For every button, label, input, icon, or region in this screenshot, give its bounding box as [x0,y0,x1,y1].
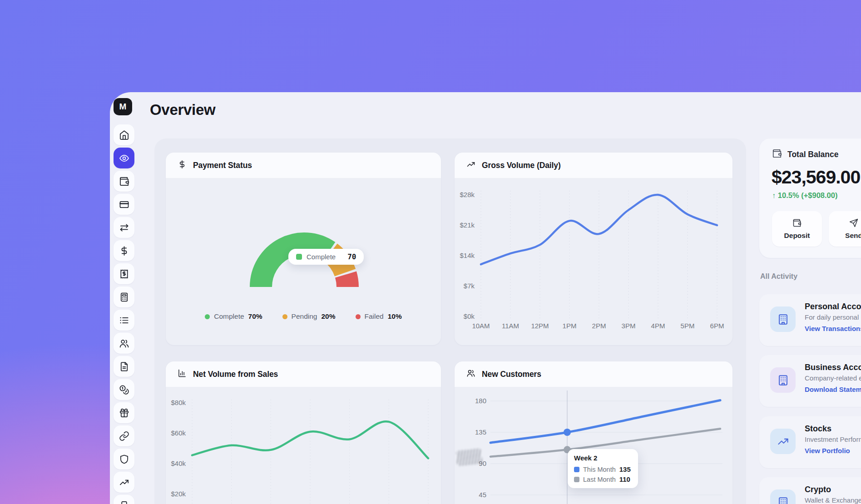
svg-text:11AM: 11AM [502,322,519,330]
payment-status-header: Payment Status [166,153,441,178]
total-balance-amount: $23,569.00 [772,167,860,188]
button-label: Send [845,232,861,240]
link-icon [119,431,129,441]
sidebar-item-trending-up[interactable] [114,472,134,493]
legend-item: Pending20% [282,312,336,321]
sidebar-item-smartphone[interactable] [114,495,134,504]
activity-item-business-account[interactable]: Business AccountCompany-related expenses… [759,355,861,407]
total-balance-label: Total Balance [787,150,839,159]
series-swatch [574,467,579,472]
svg-text:4PM: 4PM [651,322,665,330]
legend-label: Complete [214,312,244,321]
sidebar-item-users[interactable] [114,333,134,354]
gross-volume-chart[interactable]: $28k$21k$14k$7k$0k10AM11AM12PM1PM2PM3PM4… [455,153,732,345]
card-title: Payment Status [193,161,252,170]
sidebar-item-gift[interactable] [114,402,134,423]
list-icon [119,315,129,326]
sidebar-item-home[interactable] [114,124,134,145]
activity-item-stocks[interactable]: StocksInvestment PerformanceView Portfol… [759,416,861,468]
balance-actions: DepositSend [772,211,861,247]
gauge-legend: Complete70%Pending20%Failed10% [166,312,441,321]
activity-title: Business Account [805,363,861,372]
svg-text:$28k: $28k [460,191,475,198]
sidebar-item-transfer-arrows[interactable] [114,217,134,238]
legend-value: 10% [388,312,402,321]
all-activity-heading: All Activity [760,272,797,281]
legend-item: Complete70% [205,312,262,321]
tooltip-row: This Month135 [574,465,631,473]
sidebar-item-coins[interactable] [114,379,134,400]
sidebar-item-document[interactable] [114,356,134,377]
activity-body: CryptoWallet & Exchange [805,485,861,504]
net-volume-card: $80k$60k$40k$20k Net Volume from Sales [166,361,441,504]
svg-text:$14k: $14k [460,252,475,259]
activity-link[interactable]: View Portfolio [805,447,861,455]
activity-icon-tile [770,489,796,504]
gross-volume-header: Gross Volume (Daily) [455,153,732,178]
card-title: Gross Volume (Daily) [482,161,561,170]
activity-title: Crypto [805,485,861,494]
svg-text:$20k: $20k [171,490,186,498]
sidebar-item-receipt[interactable] [114,263,134,284]
deposit-button[interactable]: Deposit [772,211,822,247]
sidebar-item-dollar[interactable] [114,240,134,261]
receipt-icon [119,269,129,279]
gift-icon [119,408,129,418]
svg-text:3PM: 3PM [622,322,636,330]
svg-text:$60k: $60k [171,429,186,437]
send-icon [849,218,858,227]
activity-link[interactable]: View Transactions [805,325,861,332]
total-balance-change: ↑ 10.5% (+$908.00) [772,191,837,200]
activity-icon-tile [770,306,796,332]
series-value: 135 [619,465,631,473]
send-button[interactable]: Send [829,211,861,247]
activity-title: Personal Account [805,302,861,311]
sidebar-item-link[interactable] [114,425,134,446]
activity-body: Business AccountCompany-related expenses… [805,363,861,393]
legend-dot [205,314,210,319]
bar-chart-icon [178,369,187,380]
sidebar-item-eye[interactable] [114,148,134,168]
total-balance-card: Total Balance $23,569.00 ↑ 10.5% (+$908.… [759,138,861,258]
legend-swatch [296,254,302,260]
app-logo: M [114,98,132,115]
home-icon [119,130,129,140]
svg-text:12PM: 12PM [531,322,549,330]
activity-subtitle: Wallet & Exchange [805,496,861,504]
activity-link[interactable]: Download Statement [805,385,861,393]
activity-item-crypto[interactable]: CryptoWallet & Exchange [759,477,861,504]
svg-text:$21k: $21k [460,221,475,229]
dollar-icon [119,246,129,256]
legend-label: Failed [365,312,384,321]
coins-icon [119,385,129,395]
button-label: Deposit [784,232,810,240]
sidebar-item-calculator[interactable] [114,287,134,307]
calculator-icon [119,292,129,302]
activity-item-personal-account[interactable]: Personal AccountFor daily personal useVi… [759,294,861,346]
legend-value: 20% [321,312,335,321]
sidebar-item-wallet[interactable] [114,171,134,192]
gross-volume-card: $28k$21k$14k$7k$0k10AM11AM12PM1PM2PM3PM4… [455,153,732,345]
document-icon [119,361,129,372]
tooltip-row: Last Month110 [574,475,631,483]
sidebar-item-shield[interactable] [114,449,134,469]
svg-text:135: 135 [475,428,486,436]
new-customers-header: New Customers [455,361,732,387]
sidebar-item-list[interactable] [114,310,134,331]
users-icon [119,338,129,349]
activity-icon-tile [770,429,796,454]
credit-card-icon [119,199,129,210]
app-window: M Overview Payment Status Complete 70 Co… [110,92,861,504]
tooltip-value: 70 [347,252,356,261]
charts-panel: Payment Status Complete 70 Complete70%Pe… [154,138,746,504]
smartphone-icon [119,500,129,504]
svg-text:$80k: $80k [171,399,186,406]
series-swatch [574,477,579,482]
sidebar-item-credit-card[interactable] [114,194,134,215]
svg-text:10AM: 10AM [472,322,490,330]
svg-text:1PM: 1PM [563,322,577,330]
total-balance-row: Total Balance [772,148,839,160]
activity-title: Stocks [805,424,861,434]
wallet-icon [119,176,129,187]
svg-text:5PM: 5PM [681,322,695,330]
